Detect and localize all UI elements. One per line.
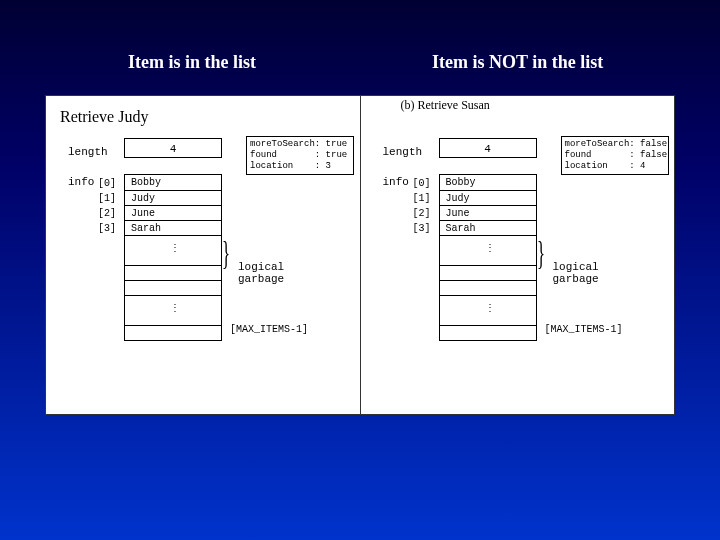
array-row: Bobby	[125, 175, 221, 190]
array-row-empty	[440, 325, 536, 340]
state-box-a: moreToSearch: true found : true location…	[246, 136, 354, 175]
title-right: Item is NOT in the list	[432, 52, 603, 73]
panel-b: (b) Retrieve Susan length 4 moreToSearch…	[360, 96, 675, 414]
array-row: Bobby	[440, 175, 536, 190]
array-row: Judy	[440, 190, 536, 205]
array-row: Judy	[125, 190, 221, 205]
length-label-b: length	[383, 146, 423, 158]
array-row-empty	[125, 265, 221, 280]
title-left: Item is in the list	[128, 52, 256, 73]
array-gap	[440, 295, 536, 325]
info-label-b: info	[383, 176, 409, 188]
brace-icon: }	[537, 234, 545, 272]
array-a: Bobby Judy June Sarah	[124, 174, 222, 341]
brace-icon: }	[222, 234, 230, 272]
max-label-a: [MAX_ITEMS-1]	[230, 324, 308, 335]
array-row: June	[440, 205, 536, 220]
retrieve-label: Retrieve Judy	[52, 106, 156, 128]
array-row-empty	[440, 265, 536, 280]
diagram-panels: length 4 moreToSearch: true found : true…	[45, 95, 675, 415]
index-col-b: [0] [1] [2] [3]	[413, 176, 431, 236]
length-value-a: 4	[124, 138, 222, 158]
garbage-label-b: logical garbage	[553, 261, 599, 285]
array-row-empty	[125, 280, 221, 295]
length-value-b: 4	[439, 138, 537, 158]
array-b: Bobby Judy June Sarah	[439, 174, 537, 341]
panel-b-caption: (b) Retrieve Susan	[401, 98, 490, 113]
length-label-a: length	[68, 146, 108, 158]
array-row: Sarah	[440, 220, 536, 235]
state-box-b: moreToSearch: false found : false locati…	[561, 136, 669, 175]
garbage-label-a: logical garbage	[238, 261, 284, 285]
array-row-empty	[125, 325, 221, 340]
panel-a: length 4 moreToSearch: true found : true…	[46, 96, 360, 414]
array-gap	[125, 235, 221, 265]
index-col-a: [0] [1] [2] [3]	[98, 176, 116, 236]
array-row-empty	[440, 280, 536, 295]
info-label-a: info	[68, 176, 94, 188]
max-label-b: [MAX_ITEMS-1]	[545, 324, 623, 335]
array-gap	[440, 235, 536, 265]
array-row: June	[125, 205, 221, 220]
array-gap	[125, 295, 221, 325]
array-row: Sarah	[125, 220, 221, 235]
